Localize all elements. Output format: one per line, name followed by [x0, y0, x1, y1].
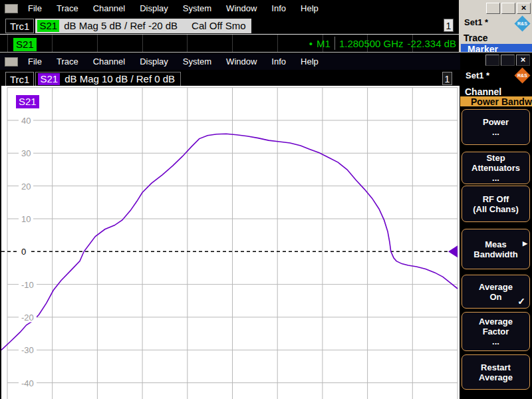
menu-info[interactable]: Info: [264, 1, 293, 15]
menu-display[interactable]: Display: [132, 55, 176, 68]
sidebar-window1: × Set1 * R&S Trace Marker: [459, 0, 532, 52]
marker-name: M1: [317, 38, 331, 49]
measurement-diagram: S21 403020100-10-20-30-40: [1, 86, 460, 399]
menu-info[interactable]: Info: [264, 55, 293, 68]
trace-format: dB Mag 10 dB / Ref 0 dB: [65, 73, 175, 84]
y-tick-label: -40: [19, 378, 37, 388]
menu-display[interactable]: Display: [132, 1, 176, 15]
trace-format: dB Mag 5 dB / Ref -20 dB: [64, 20, 178, 31]
close-button[interactable]: ×: [516, 55, 530, 66]
submenu-arrow-icon: ▶: [523, 239, 527, 249]
marker-response: -22.334 dB: [408, 38, 456, 49]
y-tick-label: 30: [19, 148, 33, 158]
menu-trace[interactable]: Trace: [49, 55, 86, 68]
softkey-rf-off[interactable]: RF Off(All Chans): [462, 186, 530, 222]
vna-application-screen: File Trace Channel Display System Window…: [0, 0, 532, 399]
window-set1-inactive: File Trace Channel Display System Window…: [0, 0, 532, 52]
restore-button[interactable]: [501, 55, 515, 66]
minimize-button[interactable]: [485, 55, 499, 66]
menu-bar-window1: File Trace Channel Display System Window…: [0, 0, 459, 17]
y-tick-label: 10: [19, 213, 33, 223]
divider: [334, 37, 335, 50]
marker-readout: • M1 1.280500 GHz -22.334 dB: [309, 37, 456, 50]
menu-help[interactable]: Help: [293, 55, 326, 68]
diagram-strip-window1: S21 • M1 1.280500 GHz -22.334 dB: [0, 34, 459, 52]
y-tick-label: -20: [19, 312, 37, 322]
setup-label: Set1 *: [464, 17, 488, 27]
y-tick-label: -10: [19, 279, 37, 289]
channel-number-badge: 1: [442, 72, 452, 85]
trace-label-chip[interactable]: S21: [16, 95, 39, 108]
close-button[interactable]: ×: [517, 3, 531, 14]
y-tick-label: 40: [19, 115, 33, 125]
trace-info-bar-window2: Trc1 S21 dB Mag 10 dB / Ref 0 dB 1: [0, 70, 460, 88]
trace-info-bar-window1: Trc1 S21 dB Mag 5 dB / Ref -20 dB Cal Of…: [0, 17, 459, 35]
softkey-restart-average[interactable]: RestartAverage: [462, 354, 530, 390]
nav-item-power-bandwidth-selected[interactable]: Power Bandwidth Average: [460, 96, 532, 106]
marker-stimulus: 1.280500 GHz: [339, 38, 404, 49]
plot-svg: [1, 86, 460, 399]
y-tick-label: -30: [19, 345, 37, 355]
window-set1-active: File Trace Channel Display System Window…: [0, 52, 532, 399]
trace-label-chip[interactable]: S21: [13, 38, 37, 51]
menu-channel[interactable]: Channel: [86, 55, 132, 68]
instrument-icon: [5, 4, 18, 13]
measurement-chip[interactable]: S21: [37, 20, 59, 32]
sidebar-window2: × Set1 * R&S Channel Power Bandwidth Ave…: [460, 53, 532, 399]
menu-window[interactable]: Window: [219, 55, 264, 68]
menu-system[interactable]: System: [176, 55, 219, 68]
measurement-chip[interactable]: S21: [38, 73, 60, 85]
softkey-meas-bandwidth[interactable]: MeasBandwidth ▶: [462, 229, 530, 269]
menu-help[interactable]: Help: [293, 1, 326, 15]
restore-button[interactable]: [501, 3, 515, 14]
check-icon: ✓: [517, 297, 525, 307]
instrument-icon: [5, 57, 18, 66]
menu-channel[interactable]: Channel: [86, 1, 132, 15]
menu-file[interactable]: File: [21, 55, 49, 68]
trace-properties[interactable]: S21 dB Mag 5 dB / Ref -20 dB Cal Off Smo: [35, 19, 251, 33]
nav-title-trace: Trace: [464, 33, 488, 43]
softkey-step-attenuators[interactable]: StepAttenuators...: [462, 152, 530, 184]
nav-title-channel: Channel: [465, 86, 501, 97]
rohde-schwarz-logo-icon: R&S: [514, 67, 530, 83]
menu-window[interactable]: Window: [219, 1, 264, 15]
y-tick-label: 0: [19, 247, 29, 257]
softkey-average-factor[interactable]: AverageFactor...: [462, 312, 530, 351]
menu-trace[interactable]: Trace: [49, 1, 86, 15]
cal-state: Cal Off Smo: [192, 20, 245, 31]
trace-name-box[interactable]: Trc1: [5, 19, 34, 33]
setup-label: Set1 *: [466, 70, 489, 80]
trace-name-box[interactable]: Trc1: [5, 72, 34, 86]
marker-bullet-icon: •: [309, 38, 313, 49]
y-tick-label: 20: [19, 181, 33, 191]
trace-properties[interactable]: S21 dB Mag 10 dB / Ref 0 dB: [35, 72, 181, 86]
menu-system[interactable]: System: [176, 1, 219, 15]
rohde-schwarz-logo-icon: R&S: [514, 15, 530, 31]
menu-bar-window2: File Trace Channel Display System Window…: [0, 53, 460, 70]
channel-number-badge: 1: [444, 19, 454, 32]
minimize-button[interactable]: [486, 3, 500, 14]
menu-file[interactable]: File: [21, 1, 49, 15]
softkey-power[interactable]: Power...: [462, 109, 530, 145]
softkey-average-on[interactable]: AverageOn ✓: [462, 275, 530, 309]
